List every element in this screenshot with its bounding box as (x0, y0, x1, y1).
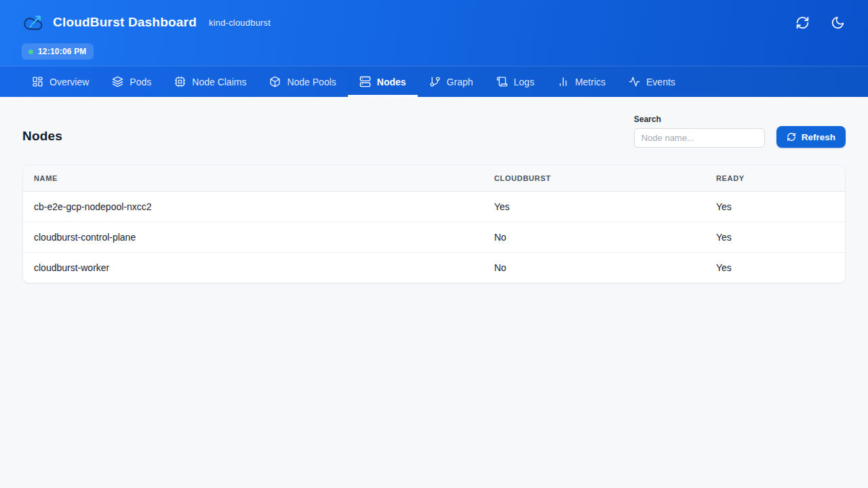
refresh-icon[interactable] (793, 14, 811, 31)
column-header-ready: Ready (705, 165, 845, 192)
main-nav: Overview Pods Node Claims Node Pools Nod… (0, 66, 868, 97)
cell-node-name: cloudburst-worker (23, 253, 484, 283)
tab-overview[interactable]: Overview (20, 66, 100, 97)
cell-node-name: cb-e2e-gcp-nodepool-nxcc2 (23, 192, 484, 222)
tab-nodes[interactable]: Nodes (348, 66, 418, 97)
column-header-cloudburst: Cloudburst (484, 165, 705, 192)
cell-ready: Yes (705, 192, 845, 222)
toolbar-right: Search Refresh (634, 115, 846, 148)
package-icon (269, 76, 281, 87)
refresh-button[interactable]: Refresh (776, 126, 846, 148)
app-header: CloudBurst Dashboard kind-cloudburst 12:… (0, 0, 868, 66)
tab-metrics[interactable]: Metrics (546, 66, 617, 97)
cell-ready: Yes (705, 222, 845, 253)
tab-label: Graph (447, 77, 473, 87)
toolbar: Nodes Search Refresh (22, 115, 846, 148)
cell-cloudburst: No (484, 253, 705, 283)
table-row[interactable]: cloudburst-worker No Yes (23, 253, 845, 283)
tab-logs[interactable]: Logs (485, 66, 546, 97)
clock-badge: 12:10:06 PM (22, 43, 94, 60)
grid-icon (32, 76, 43, 87)
moon-icon[interactable] (829, 14, 846, 31)
refresh-icon (787, 132, 796, 142)
tab-label: Events (646, 77, 675, 87)
activity-icon (629, 76, 640, 87)
cloud-rocket-logo-icon (22, 12, 45, 33)
tab-label: Overview (50, 77, 89, 87)
nodes-table-card: Name Cloudburst Ready cb-e2e-gcp-nodepoo… (22, 165, 846, 283)
tab-label: Logs (514, 77, 534, 87)
scroll-icon (496, 76, 508, 87)
column-header-name: Name (23, 165, 484, 192)
tab-node-pools[interactable]: Node Pools (258, 66, 347, 97)
server-icon (359, 76, 371, 87)
header-top-row: CloudBurst Dashboard kind-cloudburst (22, 12, 846, 33)
cell-ready: Yes (705, 253, 845, 283)
cell-cloudburst: No (484, 222, 705, 253)
tab-label: Pods (130, 77, 151, 87)
clock-time: 12:10:06 PM (38, 47, 87, 56)
tab-label: Metrics (575, 77, 606, 87)
search-group: Search (634, 115, 765, 148)
search-label: Search (634, 115, 765, 124)
search-input[interactable] (634, 128, 765, 148)
table-row[interactable]: cloudburst-control-plane No Yes (23, 222, 845, 253)
page-title: Nodes (22, 129, 62, 148)
table-header-row: Name Cloudburst Ready (23, 165, 845, 192)
git-branch-icon (429, 76, 441, 87)
header-actions (793, 14, 846, 31)
tab-graph[interactable]: Graph (418, 66, 485, 97)
nodes-table: Name Cloudburst Ready cb-e2e-gcp-nodepoo… (23, 165, 845, 283)
tab-pods[interactable]: Pods (100, 66, 163, 97)
cell-cloudburst: Yes (484, 192, 705, 222)
tab-node-claims[interactable]: Node Claims (163, 66, 258, 97)
tab-events[interactable]: Events (617, 66, 687, 97)
main-content: Nodes Search Refresh Name Cloudburst Rea… (0, 97, 868, 301)
cluster-context: kind-cloudburst (209, 18, 271, 28)
tab-label: Node Claims (192, 77, 246, 87)
cell-node-name: cloudburst-control-plane (23, 222, 484, 253)
bar-chart-icon (557, 76, 569, 87)
tab-label: Node Pools (287, 77, 336, 87)
tab-label: Nodes (377, 77, 406, 87)
live-dot-icon (28, 49, 33, 54)
table-row[interactable]: cb-e2e-gcp-nodepool-nxcc2 Yes Yes (23, 192, 845, 222)
app-title: CloudBurst Dashboard (53, 15, 197, 30)
layers-icon (112, 76, 123, 87)
cpu-icon (174, 76, 186, 87)
refresh-button-label: Refresh (802, 132, 835, 142)
